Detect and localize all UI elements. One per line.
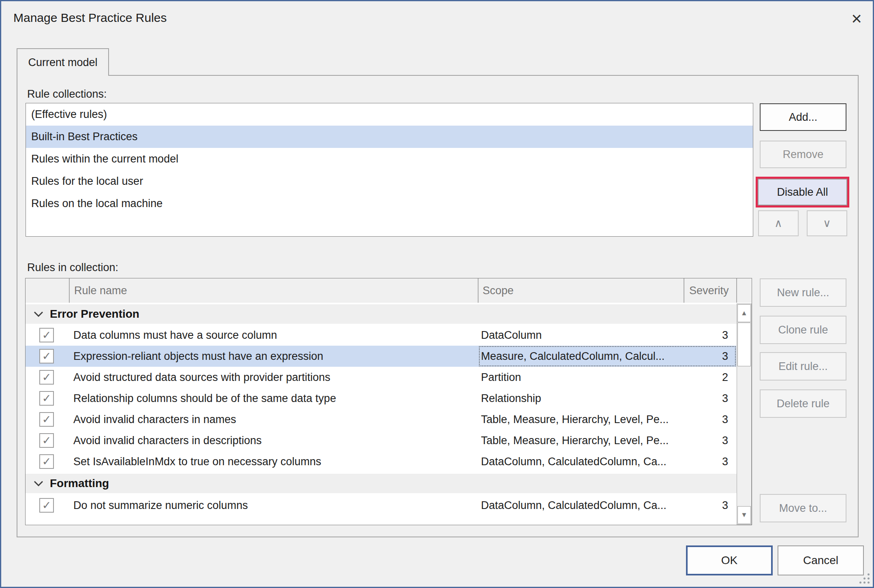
disable-all-highlight-ring: Disable All xyxy=(756,177,849,207)
collection-item-effective-rules[interactable]: (Effective rules) xyxy=(26,103,753,126)
group-header-formatting[interactable]: Formatting xyxy=(26,472,752,495)
move-collection-up-button[interactable]: ∧ xyxy=(758,210,799,236)
remove-button[interactable]: Remove xyxy=(760,141,846,168)
collection-item-built-in-best-practices[interactable]: Built-in Best Practices xyxy=(26,126,753,148)
scroll-down-icon[interactable]: ▼ xyxy=(737,506,751,524)
scope-cell: Table, Measure, Hierarchy, Level, Pe... xyxy=(481,430,669,451)
table-row[interactable]: ✓ Set IsAvailableInMdx to true on necess… xyxy=(26,451,736,472)
table-row-selected[interactable]: ✓ Expression-reliant objects must have a… xyxy=(26,346,736,367)
rule-name-cell: Avoid invalid characters in names xyxy=(73,409,236,430)
column-header-severity[interactable]: Severity xyxy=(689,278,729,303)
group-name: Error Prevention xyxy=(50,308,139,321)
header-separator xyxy=(736,278,737,303)
table-row[interactable]: ✓ Avoid invalid characters in names Tabl… xyxy=(26,409,736,430)
severity-cell: 3 xyxy=(684,430,732,451)
severity-cell: 3 xyxy=(684,495,732,516)
rule-name-cell: Avoid structured data sources with provi… xyxy=(73,367,330,388)
rules-table-header: Rule name Scope Severity xyxy=(26,278,752,304)
table-row[interactable]: ✓ Avoid structured data sources with pro… xyxy=(26,367,736,388)
header-separator xyxy=(69,278,70,303)
group-name: Formatting xyxy=(50,477,109,490)
rule-name-cell: Do not summarize numeric columns xyxy=(73,495,248,516)
rule-checkbox[interactable]: ✓ xyxy=(39,391,54,406)
table-row[interactable]: ✓ Avoid invalid characters in descriptio… xyxy=(26,430,736,451)
rule-name-cell: Relationship columns should be of the sa… xyxy=(73,388,336,409)
edit-rule-button[interactable]: Edit rule... xyxy=(760,352,846,381)
chevron-down-icon xyxy=(34,311,43,317)
severity-cell: 3 xyxy=(684,388,732,409)
column-header-rule-name[interactable]: Rule name xyxy=(74,278,127,303)
severity-cell: 3 xyxy=(684,325,732,346)
move-to-button[interactable]: Move to... xyxy=(760,494,846,522)
delete-rule-button[interactable]: Delete rule xyxy=(760,389,846,418)
group-header-error-prevention[interactable]: Error Prevention xyxy=(26,303,752,325)
rules-in-collection-label: Rules in collection: xyxy=(27,261,118,274)
header-separator xyxy=(478,278,479,303)
table-scrollbar[interactable]: ▲ ▼ xyxy=(737,304,752,525)
severity-cell: 3 xyxy=(684,409,732,430)
rule-checkbox[interactable]: ✓ xyxy=(39,498,54,513)
collection-item-rules-current-model[interactable]: Rules within the current model xyxy=(26,148,753,170)
chevron-down-icon xyxy=(34,481,43,486)
scope-cell: Table, Measure, Hierarchy, Level, Pe... xyxy=(481,409,669,430)
cancel-button[interactable]: Cancel xyxy=(778,545,864,575)
move-collection-down-button[interactable]: ∨ xyxy=(807,210,847,236)
severity-cell: 3 xyxy=(684,451,732,472)
severity-cell: 2 xyxy=(684,367,732,388)
dialog-title: Manage Best Practice Rules xyxy=(13,11,167,25)
column-header-scope[interactable]: Scope xyxy=(483,278,514,303)
scope-cell: Relationship xyxy=(481,388,541,409)
table-row[interactable]: ✓ Do not summarize numeric columns DataC… xyxy=(26,495,736,516)
collection-item-rules-local-user[interactable]: Rules for the local user xyxy=(26,170,753,192)
collection-item-rules-local-machine[interactable]: Rules on the local machine xyxy=(26,192,753,215)
clone-rule-button[interactable]: Clone rule xyxy=(760,316,846,344)
rule-name-cell: Avoid invalid characters in descriptions xyxy=(73,430,262,451)
tab-label: Current model xyxy=(28,56,97,69)
scope-cell: DataColumn xyxy=(481,325,542,346)
rule-checkbox[interactable]: ✓ xyxy=(39,454,54,469)
manage-best-practice-rules-dialog: Manage Best Practice Rules × Current mod… xyxy=(0,0,874,588)
rule-collections-listbox: (Effective rules) Built-in Best Practice… xyxy=(26,103,753,237)
resize-grip[interactable] xyxy=(868,573,870,575)
scope-cell: DataColumn, CalculatedColumn, Ca... xyxy=(481,495,667,516)
scope-cell: Partition xyxy=(481,367,521,388)
table-row[interactable]: ✓ Relationship columns should be of the … xyxy=(26,388,736,409)
ok-button[interactable]: OK xyxy=(686,545,773,575)
header-separator xyxy=(684,278,684,303)
focused-scope-cell-outline xyxy=(479,346,736,367)
add-button[interactable]: Add... xyxy=(760,103,846,131)
table-row[interactable]: ✓ Data columns must have a source column… xyxy=(26,325,736,346)
scroll-up-icon[interactable]: ▲ xyxy=(737,304,751,322)
new-rule-button[interactable]: New rule... xyxy=(760,278,846,307)
rule-checkbox[interactable]: ✓ xyxy=(39,349,54,363)
rule-name-cell: Data columns must have a source column xyxy=(73,325,277,346)
rule-checkbox[interactable]: ✓ xyxy=(39,433,54,448)
rule-checkbox[interactable]: ✓ xyxy=(39,328,54,342)
disable-all-button[interactable]: Disable All xyxy=(758,179,847,205)
rule-name-cell: Set IsAvailableInMdx to true on necessar… xyxy=(73,451,321,472)
close-icon[interactable]: × xyxy=(846,8,868,30)
rules-table: Rule name Scope Severity Error Preventio… xyxy=(25,278,752,525)
rule-collections-label: Rule collections: xyxy=(27,88,107,100)
rule-checkbox[interactable]: ✓ xyxy=(39,412,54,427)
rule-checkbox[interactable]: ✓ xyxy=(39,370,54,385)
scope-cell: DataColumn, CalculatedColumn, Ca... xyxy=(481,451,667,472)
rule-name-cell: Expression-reliant objects must have an … xyxy=(73,346,323,367)
scrollbar-thumb[interactable] xyxy=(737,323,751,366)
tab-current-model[interactable]: Current model xyxy=(17,48,109,76)
